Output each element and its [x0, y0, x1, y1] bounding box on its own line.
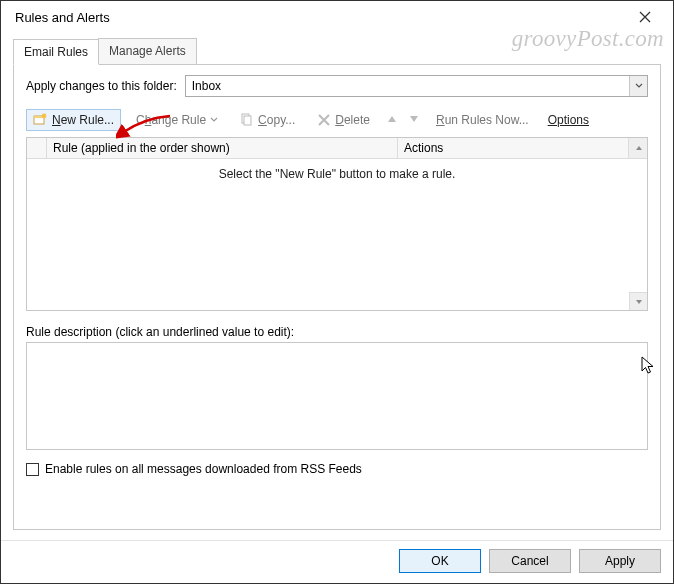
grid-header: Rule (applied in the order shown) Action… — [27, 138, 647, 159]
tab-email-rules[interactable]: Email Rules — [13, 39, 99, 65]
tab-label: Manage Alerts — [109, 44, 186, 58]
ok-button[interactable]: OK — [399, 549, 481, 573]
rules-alerts-window: Rules and Alerts Email Rules Manage Aler… — [0, 0, 674, 584]
new-rule-label: ew Rule... — [61, 113, 114, 127]
tab-strip: Email Rules Manage Alerts — [13, 38, 661, 65]
run-rules-now-button[interactable]: Run Rules Now... — [429, 109, 536, 131]
triangle-down-icon — [635, 298, 643, 306]
new-rule-icon — [33, 113, 48, 127]
scroll-up-button[interactable] — [629, 138, 647, 158]
move-down-button[interactable] — [407, 113, 421, 127]
svg-point-2 — [42, 114, 47, 119]
window-title: Rules and Alerts — [15, 10, 627, 25]
folder-dropdown-button[interactable] — [629, 76, 647, 96]
rss-label: Enable rules on all messages downloaded … — [45, 462, 362, 476]
tab-label: Email Rules — [24, 45, 88, 59]
col-checkbox[interactable] — [27, 138, 47, 158]
col-actions[interactable]: Actions — [398, 138, 629, 158]
change-rule-button[interactable]: Change Rule — [129, 109, 225, 131]
description-box[interactable] — [26, 342, 648, 450]
chevron-down-icon — [635, 82, 643, 90]
toolbar: New Rule... Change Rule Copy... Delete — [26, 105, 648, 137]
move-up-button[interactable] — [385, 113, 399, 127]
folder-input[interactable] — [185, 75, 648, 97]
chevron-down-icon — [210, 116, 218, 124]
folder-select[interactable] — [185, 75, 648, 97]
scroll-down-button[interactable] — [629, 292, 647, 310]
empty-rules-message: Select the "New Rule" button to make a r… — [27, 159, 647, 181]
triangle-up-icon — [635, 144, 643, 152]
cancel-button[interactable]: Cancel — [489, 549, 571, 573]
options-link[interactable]: Options — [548, 113, 589, 127]
folder-label: Apply changes to this folder: — [26, 79, 177, 93]
close-button[interactable] — [627, 9, 663, 26]
titlebar: Rules and Alerts — [1, 1, 673, 32]
triangle-up-icon — [387, 114, 397, 124]
dialog-footer: OK Cancel Apply — [1, 540, 673, 583]
new-rule-button[interactable]: New Rule... — [26, 109, 121, 131]
rules-grid: Rule (applied in the order shown) Action… — [26, 137, 648, 311]
x-icon — [317, 113, 331, 127]
col-rule[interactable]: Rule (applied in the order shown) — [47, 138, 398, 158]
apply-button[interactable]: Apply — [579, 549, 661, 573]
description-label: Rule description (click an underlined va… — [26, 325, 648, 339]
triangle-down-icon — [409, 114, 419, 124]
delete-button[interactable]: Delete — [310, 109, 377, 131]
email-rules-panel: Apply changes to this folder: New Rule..… — [13, 65, 661, 530]
copy-button[interactable]: Copy... — [233, 109, 302, 131]
rss-checkbox[interactable] — [26, 463, 39, 476]
tab-manage-alerts[interactable]: Manage Alerts — [98, 38, 197, 64]
svg-rect-4 — [244, 116, 251, 125]
copy-icon — [240, 113, 254, 127]
grid-body[interactable]: Select the "New Rule" button to make a r… — [27, 159, 647, 310]
